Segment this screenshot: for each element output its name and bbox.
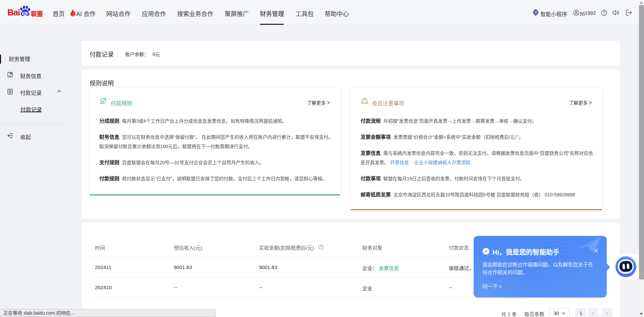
svg-text:du: du — [23, 11, 28, 16]
